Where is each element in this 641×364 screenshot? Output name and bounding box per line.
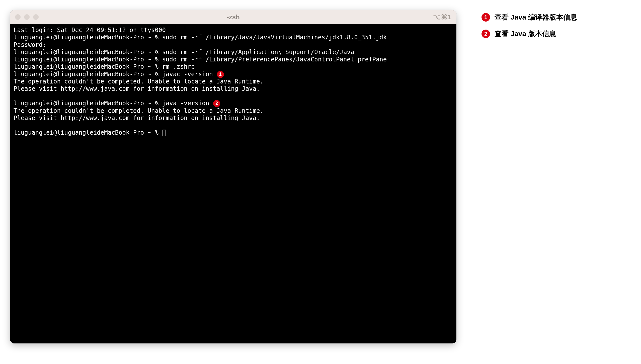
- close-window-button[interactable]: [15, 14, 21, 20]
- annotation-badge-2: 2: [213, 100, 220, 107]
- terminal-line-text: Last login: Sat Dec 24 09:51:12 on ttys0…: [14, 27, 166, 34]
- legend-badge-icon: 1: [482, 13, 490, 22]
- terminal-line-text: liuguanglei@liuguangleideMacBook-Pro ~ %…: [14, 49, 354, 56]
- terminal-line-text: liuguanglei@liuguangleideMacBook-Pro ~ %…: [14, 63, 195, 70]
- terminal-line-text: liuguanglei@liuguangleideMacBook-Pro ~ %…: [14, 34, 387, 41]
- terminal-content[interactable]: Last login: Sat Dec 24 09:51:12 on ttys0…: [10, 24, 456, 343]
- terminal-line: liuguanglei@liuguangleideMacBook-Pro ~ %: [14, 129, 453, 136]
- maximize-window-button[interactable]: [33, 14, 39, 20]
- terminal-line-text: The operation couldn't be completed. Una…: [14, 107, 264, 114]
- terminal-cursor: [163, 130, 166, 136]
- legend-item-1: 1查看 Java 编译器版本信息: [482, 13, 577, 22]
- minimize-window-button[interactable]: [24, 14, 30, 20]
- terminal-line-text: liuguanglei@liuguangleideMacBook-Pro ~ %…: [14, 71, 213, 78]
- legend-label: 查看 Java 版本信息: [495, 29, 556, 39]
- terminal-line: liuguanglei@liuguangleideMacBook-Pro ~ %…: [14, 100, 453, 107]
- window-shortcut-indicator: ⌥⌘1: [433, 13, 451, 21]
- terminal-line: liuguanglei@liuguangleideMacBook-Pro ~ %…: [14, 34, 453, 41]
- annotation-legend: 1查看 Java 编译器版本信息2查看 Java 版本信息: [482, 10, 577, 354]
- traffic-lights: [15, 14, 39, 20]
- terminal-line-text: The operation couldn't be completed. Una…: [14, 78, 264, 85]
- annotation-badge-1: 1: [217, 71, 224, 78]
- terminal-line: Last login: Sat Dec 24 09:51:12 on ttys0…: [14, 27, 453, 34]
- terminal-line-text: Password:: [14, 41, 46, 48]
- terminal-line: liuguanglei@liuguangleideMacBook-Pro ~ %…: [14, 56, 453, 63]
- terminal-line-text: liuguanglei@liuguangleideMacBook-Pro ~ %…: [14, 56, 387, 63]
- terminal-line-text: liuguanglei@liuguangleideMacBook-Pro ~ %: [14, 129, 162, 136]
- terminal-line: Please visit http://www.java.com for inf…: [14, 85, 453, 93]
- terminal-line: [14, 93, 453, 100]
- terminal-window: -zsh ⌥⌘1 Last login: Sat Dec 24 09:51:12…: [10, 10, 456, 343]
- terminal-line: [14, 122, 453, 129]
- terminal-line: The operation couldn't be completed. Una…: [14, 107, 453, 115]
- terminal-line: liuguanglei@liuguangleideMacBook-Pro ~ %…: [14, 71, 453, 78]
- terminal-line: liuguanglei@liuguangleideMacBook-Pro ~ %…: [14, 63, 453, 70]
- terminal-line-text: Please visit http://www.java.com for inf…: [14, 115, 260, 122]
- window-title: -zsh: [227, 13, 240, 21]
- window-title-bar: -zsh ⌥⌘1: [10, 10, 456, 24]
- legend-label: 查看 Java 编译器版本信息: [495, 13, 577, 22]
- legend-item-2: 2查看 Java 版本信息: [482, 29, 577, 39]
- terminal-line-text: liuguanglei@liuguangleideMacBook-Pro ~ %…: [14, 100, 209, 107]
- terminal-line: Please visit http://www.java.com for inf…: [14, 115, 453, 122]
- terminal-line-text: Please visit http://www.java.com for inf…: [14, 85, 260, 92]
- terminal-line: liuguanglei@liuguangleideMacBook-Pro ~ %…: [14, 49, 453, 56]
- terminal-line: The operation couldn't be completed. Una…: [14, 78, 453, 85]
- legend-badge-icon: 2: [482, 30, 490, 38]
- terminal-line: Password:: [14, 41, 453, 49]
